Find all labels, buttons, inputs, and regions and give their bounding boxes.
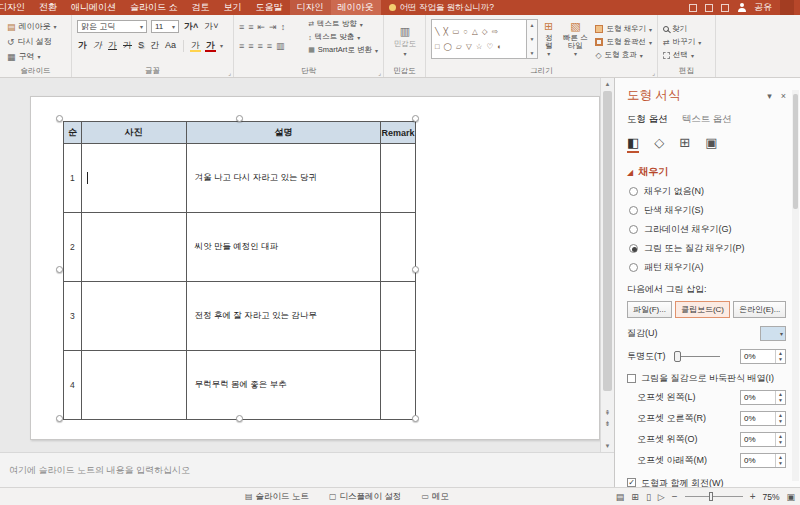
notes-toggle-button[interactable]: ▤ 슬라이드 노트 [245, 491, 309, 503]
scroll-down-icon[interactable]: ▼ [601, 440, 614, 452]
radio-no-fill[interactable]: 채우기 없음(N) [627, 185, 786, 198]
align-center-icon[interactable]: ≡ [248, 41, 253, 51]
italic-icon[interactable]: 가 [92, 40, 103, 52]
insert-from-clipboard-button[interactable]: 클립보드(C) [675, 301, 730, 318]
offset-top-spinbox[interactable]: 0% ▲▼ [740, 432, 786, 447]
slide-canvas[interactable]: 순 사진 설명 Remark 1 겨울 나고 다시 자라고 있는 당귀 2 씨앗… [30, 96, 600, 440]
pane-scrollbar[interactable] [792, 90, 799, 481]
slider-thumb[interactable] [674, 351, 681, 362]
tab-transitions[interactable]: 전환 [32, 0, 64, 16]
tab-animations[interactable]: 애니메이션 [64, 0, 123, 16]
share-button[interactable]: 공유 [754, 1, 772, 14]
selection-handle[interactable] [56, 115, 63, 122]
selection-handle[interactable] [56, 415, 63, 422]
radio-solid-fill[interactable]: 단색 채우기(S) [627, 204, 786, 217]
pane-options-icon[interactable]: ▾ [767, 91, 772, 101]
tab-slideshow[interactable]: 슬라이드 쇼 [123, 0, 185, 16]
tab-help[interactable]: 도움말 [249, 0, 290, 16]
table-cell-desc[interactable]: 겨울 나고 다시 자라고 있는 당귀 [187, 144, 381, 213]
table-cell-photo[interactable] [82, 351, 187, 420]
gallery-down-icon[interactable]: ▼ [530, 36, 535, 42]
text-shadow-icon[interactable]: S [137, 40, 145, 52]
bullets-icon[interactable]: ≡ [239, 22, 244, 32]
fill-line-icon[interactable]: ◧ [627, 135, 639, 153]
insert-from-online-button[interactable]: 온라인(E)... [733, 301, 786, 318]
presenter-icon[interactable] [705, 4, 713, 12]
table-cell-remark[interactable] [381, 351, 416, 420]
tab-design[interactable]: 디자인 [0, 0, 32, 16]
zoom-in-icon[interactable]: + [750, 491, 756, 502]
text-direction-button[interactable]: ⇄ 텍스트 방향 ▾ [308, 19, 378, 29]
align-left-icon[interactable]: ≡ [239, 41, 244, 51]
radio-picture-texture-fill[interactable]: 그림 또는 질감 채우기(P) [627, 242, 786, 255]
reset-button[interactable]: ↺ 다시 설정 [5, 36, 54, 47]
font-name-combo[interactable]: 맑은 고딕 ▾ [77, 20, 147, 33]
columns-icon[interactable]: ▥ [276, 41, 285, 51]
spin-down-icon[interactable]: ▼ [776, 418, 785, 425]
selection-handle[interactable] [412, 266, 419, 273]
vertical-scrollbar[interactable]: ▲ ⇞ ⇟ ▼ [600, 78, 614, 452]
font-dialog-launcher-icon[interactable]: ⌟ [228, 69, 231, 76]
layout-button[interactable]: ▤ 레이아웃 ▾ [5, 21, 59, 32]
table-cell-remark[interactable] [381, 282, 416, 351]
selection-handle[interactable] [236, 415, 243, 422]
replace-button[interactable]: ⇄ 바꾸기 ▾ [663, 37, 710, 47]
selection-handle[interactable] [236, 115, 243, 122]
tab-review[interactable]: 검토 [185, 0, 217, 16]
table-cell-no[interactable]: 4 [64, 351, 82, 420]
spin-down-icon[interactable]: ▼ [776, 439, 785, 446]
table-header-cell[interactable]: Remark [381, 122, 416, 144]
zoom-level[interactable]: 75% [762, 492, 779, 502]
strikethrough-icon[interactable]: 가 [122, 40, 133, 52]
gallery-up-icon[interactable]: ▲ [530, 22, 535, 28]
table-header-cell[interactable]: 설명 [187, 122, 381, 144]
find-button[interactable]: 찾기 [663, 24, 710, 34]
fill-section-header[interactable]: ◢ 채우기 [627, 165, 786, 179]
shapes-gallery-scroll[interactable]: ▲ ▼ ▼ [527, 19, 538, 59]
table-cell-photo[interactable] [82, 282, 187, 351]
offset-right-spinbox[interactable]: 0% ▲▼ [740, 411, 786, 426]
shapes-gallery[interactable]: ╲ ╳ ▭ ○ △ ◇ ⇨ □ ◯ ▱ ▽ ☆ ♡ ◐ [431, 19, 527, 59]
grow-font-icon[interactable]: 가˄ [183, 21, 199, 33]
table-cell-desc[interactable]: 전정 후에 잘 자라고 있는 감나무 [187, 282, 381, 351]
zoom-slider[interactable] [685, 496, 743, 497]
tell-me-search[interactable]: 어떤 작업을 원하십니까? [389, 2, 494, 14]
next-slide-icon[interactable]: ⇟ [601, 418, 614, 429]
select-button[interactable]: 선택 ▾ [663, 50, 710, 60]
texture-picker-button[interactable]: ▾ [760, 326, 786, 341]
font-color-icon[interactable]: 가 [205, 40, 216, 52]
spin-down-icon[interactable]: ▼ [776, 460, 785, 467]
section-button[interactable]: ▦ 구역 ▾ [5, 51, 43, 62]
pane-scrollbar-thumb[interactable] [793, 94, 798, 209]
shape-effects-button[interactable]: ◇ 도형 효과 ▾ [595, 50, 652, 60]
convert-smartart-button[interactable]: ▦ SmartArt로 변환 ▾ [308, 45, 378, 55]
fit-to-window-icon[interactable]: ▣ [786, 492, 795, 502]
transparency-slider[interactable] [674, 356, 720, 357]
tab-shape-options[interactable]: 도형 옵션 [627, 113, 668, 126]
table-cell-no[interactable]: 3 [64, 282, 82, 351]
selection-handle[interactable] [56, 266, 63, 273]
align-right-icon[interactable]: ≡ [258, 41, 263, 51]
picture-icon[interactable]: ▣ [705, 135, 717, 153]
radio-gradient-fill[interactable]: 그라데이션 채우기(G) [627, 223, 786, 236]
paragraph-dialog-launcher-icon[interactable]: ⌟ [378, 69, 381, 76]
insert-from-file-button[interactable]: 파일(F)... [627, 301, 672, 318]
character-spacing-icon[interactable]: 간 [149, 40, 160, 52]
table-cell-remark[interactable] [381, 144, 416, 213]
memo-button[interactable]: ▭ 메모 [421, 491, 449, 503]
change-case-icon[interactable]: Aa [164, 40, 177, 52]
shape-fill-button[interactable]: 도형 채우기 ▾ [595, 24, 652, 34]
increase-indent-icon[interactable]: ⇥ [269, 22, 277, 32]
spin-down-icon[interactable]: ▼ [776, 357, 785, 364]
previous-slide-icon[interactable]: ⇞ [601, 407, 614, 418]
table-cell-no[interactable]: 1 [64, 144, 82, 213]
effects-icon[interactable]: ◇ [654, 135, 664, 153]
tab-text-options[interactable]: 텍스트 옵션 [682, 113, 732, 126]
table-cell-photo[interactable] [82, 144, 187, 213]
tab-view[interactable]: 보기 [217, 0, 249, 16]
scroll-up-icon[interactable]: ▲ [601, 78, 614, 90]
ribbon-display-options-icon[interactable] [689, 4, 697, 12]
slide-sorter-view-icon[interactable]: ⊞ [631, 492, 639, 502]
slideshow-view-icon[interactable]: ▷ [658, 492, 665, 502]
underline-icon[interactable]: 가 [107, 40, 118, 52]
